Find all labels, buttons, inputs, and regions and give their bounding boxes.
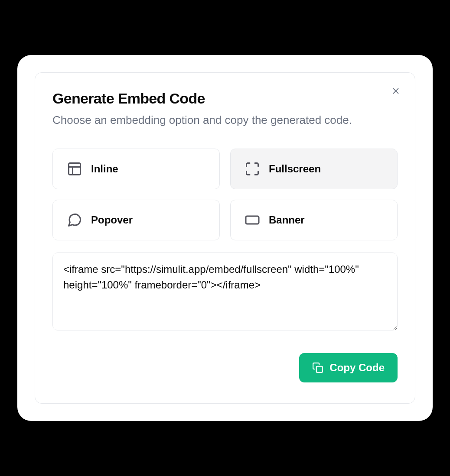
close-icon [391, 86, 401, 97]
copy-button-label: Copy Code [329, 362, 385, 374]
embed-options: Inline Fullscreen Popover Banner [52, 149, 398, 240]
dialog-footer: Copy Code [52, 353, 398, 382]
option-label: Inline [91, 163, 118, 175]
option-inline[interactable]: Inline [52, 149, 220, 189]
chat-bubble-icon [67, 212, 82, 228]
close-button[interactable] [389, 85, 403, 99]
svg-rect-5 [246, 216, 259, 224]
dialog-outer: Generate Embed Code Choose an embedding … [17, 55, 433, 421]
option-label: Popover [91, 214, 133, 226]
dialog-card: Generate Embed Code Choose an embedding … [35, 72, 415, 404]
rectangle-icon [245, 212, 260, 228]
option-banner[interactable]: Banner [230, 200, 398, 240]
copy-icon [312, 362, 323, 373]
svg-rect-2 [69, 163, 81, 175]
panels-icon [67, 161, 82, 177]
svg-rect-6 [316, 366, 323, 372]
fullscreen-icon [245, 161, 260, 177]
dialog-title: Generate Embed Code [52, 90, 398, 107]
dialog-subtitle: Choose an embedding option and copy the … [52, 112, 378, 128]
embed-code-textarea[interactable] [52, 253, 398, 330]
option-label: Banner [269, 214, 305, 226]
option-fullscreen[interactable]: Fullscreen [230, 149, 398, 189]
option-label: Fullscreen [269, 163, 321, 175]
option-popover[interactable]: Popover [52, 200, 220, 240]
copy-code-button[interactable]: Copy Code [299, 353, 398, 382]
